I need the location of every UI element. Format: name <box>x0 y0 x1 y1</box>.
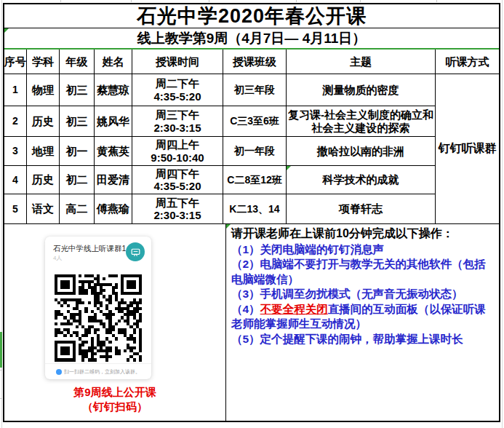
sheet-column-tick <box>436 0 437 2</box>
column-header-name: 姓名 <box>95 49 132 74</box>
row2-topic-cell: 复习课-社会主义制度的确立和社会主义建设的探索 <box>287 106 436 137</box>
dingtalk-icon <box>56 369 62 375</box>
row4-topic-cell: 科学技术的成就 <box>287 166 436 194</box>
row5-time-cell: 周五下午 2:30-3:15 <box>132 194 223 224</box>
row1-seq-cell: 1 <box>4 74 27 106</box>
row2-seq-cell: 2 <box>4 106 27 137</box>
row1-topic-cell: 测量物质的密度 <box>287 74 436 106</box>
column-header-subject: 学科 <box>27 49 60 74</box>
page-title: 石光中学2020年春公开课 <box>4 4 499 28</box>
schedule-table: 序号 学科 年级 姓名 授课时间 授课班级 主题 听课方式 钉钉听课群 1 物理… <box>4 49 499 224</box>
column-header-topic: 主题 <box>287 49 436 74</box>
instruction-item-1: （1）关闭电脑端的钉钉消息声 <box>231 242 495 257</box>
cell-note-marker <box>4 28 9 33</box>
cell-note-marker <box>226 224 231 229</box>
row5-name-cell: 傅燕瑜 <box>95 194 132 224</box>
row1-time-cell: 周二下午 4:35-5:20 <box>132 74 223 106</box>
bottom-section: 石光中学线上听课群1 4人 扫一扫群二维码，立刻加入该群。 <box>4 224 499 421</box>
qr-footer: 扫一扫群二维码，立刻加入该群。 <box>45 363 151 379</box>
instruction-item-3: （3）手机调至勿扰模式（无声音无振动状态） <box>231 287 495 301</box>
row3-time-cell: 周四上午 9:50-10:40 <box>132 137 223 166</box>
group-avatar <box>126 242 145 261</box>
row5-subject-cell: 语文 <box>27 194 60 224</box>
sheet-selection-bar <box>0 332 2 368</box>
row4-seq-cell: 4 <box>4 166 27 194</box>
sheet-gridline-right <box>502 0 503 428</box>
column-header-listen: 听课方式 <box>436 49 499 74</box>
sheet-column-tick <box>60 0 61 2</box>
qr-caption: 第9周线上公开课 （钉钉扫码） <box>4 385 225 415</box>
column-header-class: 授课班级 <box>223 49 287 74</box>
instruction-item-5: （5）定个提醒下课的闹钟，帮助掌握上课时长 <box>231 332 495 346</box>
sheet-row-tick <box>0 398 2 399</box>
group-title: 石光中学线上听课群1 <box>53 244 126 254</box>
row3-class-cell: 初一年段 <box>223 137 287 166</box>
row1-subject-cell: 物理 <box>27 74 60 106</box>
row3-subject-cell: 地理 <box>27 137 60 166</box>
cell-note-marker <box>287 166 291 170</box>
instruction-item-4-prefix: （4） <box>231 303 260 315</box>
instructions-zone: 请开课老师在上课前10分钟完成以下操作： （1）关闭电脑端的钉钉消息声 （2）电… <box>226 224 499 421</box>
row4-name-cell: 田爱清 <box>95 166 132 194</box>
row5-seq-cell: 5 <box>4 194 27 224</box>
sheet-row-tick <box>0 370 2 370</box>
row4-subject-cell: 历史 <box>27 166 60 194</box>
instruction-item-4: （4）不要全程关闭直播间的互动面板（以保证听课老师能掌握师生互动情况） <box>231 302 495 332</box>
qr-code <box>55 274 142 362</box>
page-subtitle-row: 线上教学第9周（4月7日— 4月11日） <box>4 28 499 49</box>
row3-seq-cell: 3 <box>4 137 27 166</box>
row3-grade-cell: 初一 <box>60 137 95 166</box>
column-header-grade: 年级 <box>60 49 95 74</box>
row4-grade-cell: 初二 <box>60 166 95 194</box>
qr-caption-line2: （钉钉扫码） <box>4 400 225 414</box>
row4-time-cell: 周四下午 4:35-5:20 <box>132 166 223 194</box>
row1-grade-cell: 初三 <box>60 74 95 106</box>
whiteboard-icon <box>129 246 142 258</box>
sheet-column-tick <box>360 0 361 2</box>
row2-class-cell: C三3至6班 <box>223 106 287 137</box>
row4-class-cell: C二8至12班 <box>223 166 287 194</box>
row1-class-cell: 初三年段 <box>223 74 287 106</box>
row2-subject-cell: 历史 <box>27 106 60 137</box>
spreadsheet-page: 石光中学2020年春公开课 线上教学第9周（4月7日— 4月11日） 序号 学科… <box>0 0 504 428</box>
row5-topic-cell: 项脊轩志 <box>287 194 436 224</box>
group-member-count: 4人 <box>53 254 62 262</box>
sheet-column-tick <box>296 0 297 2</box>
row4-topic-text: 科学技术的成就 <box>323 173 399 186</box>
schedule-document: 石光中学2020年春公开课 线上教学第9周（4月7日— 4月11日） 序号 学科… <box>3 3 500 422</box>
row2-name-cell: 姚风华 <box>95 106 132 137</box>
row3-name-cell: 黄蕉英 <box>95 137 132 166</box>
row3-topic-cell: 撒哈拉以南的非洲 <box>287 137 436 166</box>
instruction-item-4-highlight: 不要全程关闭 <box>260 303 328 315</box>
dingtalk-group-card: 石光中学线上听课群1 4人 扫一扫群二维码，立刻加入该群。 <box>45 237 151 379</box>
row1-name-cell: 蔡慧琼 <box>95 74 132 106</box>
row2-time-cell: 周三下午 2:30-3:15 <box>132 106 223 137</box>
sheet-column-tick <box>131 0 132 2</box>
sheet-column-tick <box>209 0 209 2</box>
listen-method-cell: 钉钉听课群 <box>436 74 499 224</box>
qr-caption-line1: 第9周线上公开课 <box>4 385 225 400</box>
row5-class-cell: K二13、14 <box>223 194 287 224</box>
page-subtitle: 线上教学第9周（4月7日— 4月11日） <box>137 29 367 48</box>
column-header-time: 授课时间 <box>132 49 223 74</box>
qr-footer-hint: 扫一扫群二维码，立刻加入该群。 <box>64 368 140 376</box>
qr-zone: 石光中学线上听课群1 4人 扫一扫群二维码，立刻加入该群。 <box>4 224 226 421</box>
instructions-heading: 请开课老师在上课前10分钟完成以下操作： <box>231 226 495 242</box>
row2-grade-cell: 初三 <box>60 106 95 137</box>
instruction-item-2: （2）电脑端不要打开与教学无关的其他软件（包括电脑端微信） <box>231 257 495 287</box>
row5-grade-cell: 高二 <box>60 194 95 224</box>
column-header-seq: 序号 <box>4 49 27 74</box>
